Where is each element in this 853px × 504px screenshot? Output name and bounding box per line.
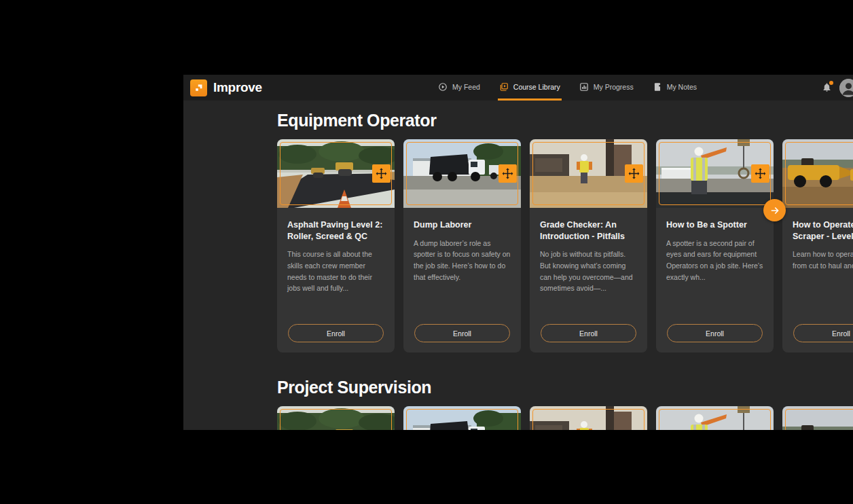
course-title: Asphalt Paving Level 2: Roller, Screed &… bbox=[277, 208, 395, 242]
course-title: How to Be a Spotter bbox=[656, 208, 774, 231]
course-thumbnail-scraper bbox=[782, 139, 853, 208]
course-thumbnail-spotter bbox=[656, 139, 774, 208]
nav-label: My Notes bbox=[667, 83, 697, 91]
course-thumbnail-dump-truck bbox=[403, 406, 521, 430]
nav-label: Course Library bbox=[513, 83, 560, 91]
enroll-button[interactable]: Enroll bbox=[414, 324, 510, 342]
course-description: Learn how to operate a pan from cut to h… bbox=[782, 242, 853, 272]
course-thumbnail-grade-checker bbox=[530, 406, 647, 430]
course-card[interactable]: Dump Laborer A dump laborer’s role as sp… bbox=[403, 139, 521, 353]
course-card[interactable] bbox=[530, 406, 647, 430]
enroll-button[interactable]: Enroll bbox=[541, 324, 636, 342]
arrow-right-icon bbox=[769, 205, 780, 216]
notifications-button[interactable] bbox=[822, 82, 833, 93]
enroll-button[interactable]: Enroll bbox=[793, 324, 853, 342]
tab-my-feed[interactable]: My Feed bbox=[437, 75, 482, 101]
user-avatar[interactable] bbox=[839, 79, 853, 97]
course-description: No job is without its pitfalls. But know… bbox=[530, 242, 647, 294]
tab-my-progress[interactable]: My Progress bbox=[578, 75, 635, 101]
page-background: Improve My Feed Course Librar bbox=[0, 0, 853, 504]
course-thumbnail-scraper bbox=[782, 406, 853, 430]
course-title: Dump Laborer bbox=[403, 208, 521, 231]
course-thumbnail-spotter bbox=[656, 406, 774, 430]
tab-course-library[interactable]: Course Library bbox=[498, 75, 562, 101]
course-card[interactable] bbox=[277, 406, 395, 430]
course-card[interactable] bbox=[656, 406, 774, 430]
course-card[interactable]: How to Operate a Scraper - Level 2 Learn… bbox=[782, 139, 853, 353]
course-thumbnail-dump-truck bbox=[403, 139, 521, 208]
course-card[interactable]: Grade Checker: An Introduction - Pitfall… bbox=[530, 139, 647, 353]
course-card[interactable]: Asphalt Paving Level 2: Roller, Screed &… bbox=[277, 139, 395, 353]
notebook-icon bbox=[653, 82, 662, 92]
add-course-icon[interactable] bbox=[498, 164, 517, 183]
nav-label: My Feed bbox=[452, 83, 480, 91]
course-description: This course is all about the skills each… bbox=[277, 242, 395, 294]
course-thumbnail-asphalt-paving bbox=[277, 406, 395, 430]
course-description: A spotter is a second pair of eyes and e… bbox=[656, 231, 774, 283]
course-card[interactable]: How to Be a Spotter A spotter is a secon… bbox=[656, 139, 774, 353]
course-description: A dump laborer’s role as spotter is to f… bbox=[403, 231, 521, 283]
app-title: Improve bbox=[213, 80, 262, 95]
enroll-button[interactable]: Enroll bbox=[667, 324, 763, 342]
course-title: How to Operate a Scraper - Level 2 bbox=[782, 208, 853, 242]
course-thumbnail-asphalt-paving bbox=[277, 139, 395, 208]
add-course-icon[interactable] bbox=[751, 164, 769, 183]
add-course-icon[interactable] bbox=[372, 164, 391, 183]
course-row: Asphalt Paving Level 2: Roller, Screed &… bbox=[277, 139, 853, 353]
top-nav-bar: Improve My Feed Course Librar bbox=[183, 75, 853, 101]
bar-chart-icon bbox=[579, 82, 589, 92]
carousel-next-button[interactable] bbox=[763, 199, 786, 221]
header-right-controls bbox=[822, 75, 853, 101]
course-title: Grade Checker: An Introduction - Pitfall… bbox=[530, 208, 647, 242]
course-card[interactable] bbox=[782, 406, 853, 430]
section-title: Equipment Operator bbox=[277, 111, 437, 130]
course-thumbnail-grade-checker bbox=[530, 139, 647, 208]
section-title: Project Supervision bbox=[277, 378, 431, 397]
course-library-icon bbox=[499, 82, 509, 92]
main-nav: My Feed Course Library bbox=[437, 75, 698, 101]
app-logo: Improve bbox=[190, 79, 262, 96]
improve-logo-icon bbox=[190, 79, 207, 96]
play-circle-icon bbox=[438, 82, 448, 92]
nav-label: My Progress bbox=[594, 83, 634, 91]
enroll-button[interactable]: Enroll bbox=[288, 324, 384, 342]
app-window: Improve My Feed Course Librar bbox=[183, 75, 853, 430]
course-card[interactable] bbox=[403, 406, 521, 430]
tab-my-notes[interactable]: My Notes bbox=[651, 75, 698, 101]
add-course-icon[interactable] bbox=[625, 164, 643, 183]
course-row bbox=[277, 406, 853, 430]
unread-notification-dot bbox=[829, 81, 833, 85]
